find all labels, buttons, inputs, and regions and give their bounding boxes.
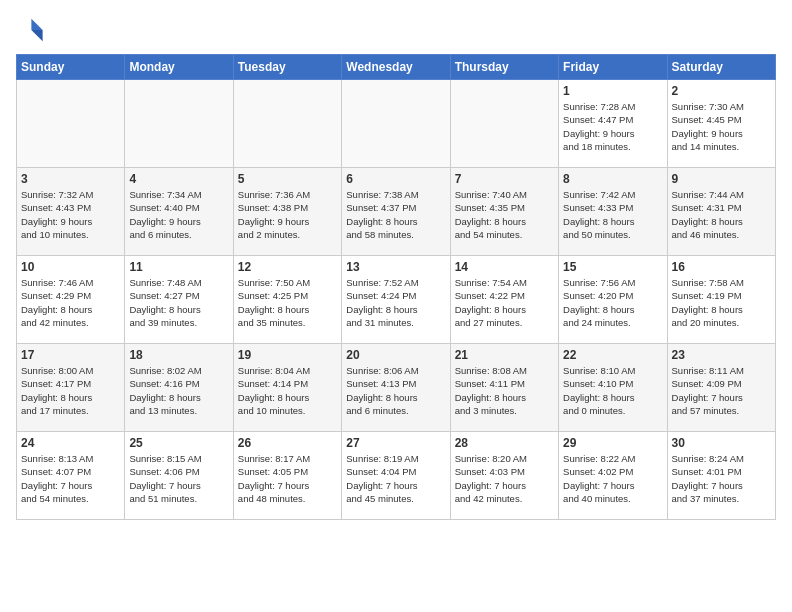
day-number: 19 bbox=[238, 348, 337, 362]
logo-icon bbox=[16, 16, 44, 44]
day-number: 22 bbox=[563, 348, 662, 362]
day-number: 11 bbox=[129, 260, 228, 274]
weekday-header-friday: Friday bbox=[559, 55, 667, 80]
calendar-day-25: 25Sunrise: 8:15 AM Sunset: 4:06 PM Dayli… bbox=[125, 432, 233, 520]
day-number: 2 bbox=[672, 84, 771, 98]
calendar-day-6: 6Sunrise: 7:38 AM Sunset: 4:37 PM Daylig… bbox=[342, 168, 450, 256]
calendar-day-20: 20Sunrise: 8:06 AM Sunset: 4:13 PM Dayli… bbox=[342, 344, 450, 432]
day-number: 4 bbox=[129, 172, 228, 186]
calendar-day-4: 4Sunrise: 7:34 AM Sunset: 4:40 PM Daylig… bbox=[125, 168, 233, 256]
calendar-day-13: 13Sunrise: 7:52 AM Sunset: 4:24 PM Dayli… bbox=[342, 256, 450, 344]
day-number: 18 bbox=[129, 348, 228, 362]
day-info: Sunrise: 7:50 AM Sunset: 4:25 PM Dayligh… bbox=[238, 276, 337, 329]
calendar-day-1: 1Sunrise: 7:28 AM Sunset: 4:47 PM Daylig… bbox=[559, 80, 667, 168]
calendar-day-3: 3Sunrise: 7:32 AM Sunset: 4:43 PM Daylig… bbox=[17, 168, 125, 256]
weekday-header-tuesday: Tuesday bbox=[233, 55, 341, 80]
day-info: Sunrise: 8:20 AM Sunset: 4:03 PM Dayligh… bbox=[455, 452, 554, 505]
day-info: Sunrise: 7:40 AM Sunset: 4:35 PM Dayligh… bbox=[455, 188, 554, 241]
calendar-day-19: 19Sunrise: 8:04 AM Sunset: 4:14 PM Dayli… bbox=[233, 344, 341, 432]
day-info: Sunrise: 7:54 AM Sunset: 4:22 PM Dayligh… bbox=[455, 276, 554, 329]
day-number: 7 bbox=[455, 172, 554, 186]
day-info: Sunrise: 7:28 AM Sunset: 4:47 PM Dayligh… bbox=[563, 100, 662, 153]
page-header bbox=[16, 16, 776, 44]
day-info: Sunrise: 8:00 AM Sunset: 4:17 PM Dayligh… bbox=[21, 364, 120, 417]
day-number: 20 bbox=[346, 348, 445, 362]
day-info: Sunrise: 7:48 AM Sunset: 4:27 PM Dayligh… bbox=[129, 276, 228, 329]
calendar-day-5: 5Sunrise: 7:36 AM Sunset: 4:38 PM Daylig… bbox=[233, 168, 341, 256]
calendar-day-11: 11Sunrise: 7:48 AM Sunset: 4:27 PM Dayli… bbox=[125, 256, 233, 344]
day-number: 27 bbox=[346, 436, 445, 450]
weekday-header-wednesday: Wednesday bbox=[342, 55, 450, 80]
calendar-day-10: 10Sunrise: 7:46 AM Sunset: 4:29 PM Dayli… bbox=[17, 256, 125, 344]
day-number: 21 bbox=[455, 348, 554, 362]
calendar-day-26: 26Sunrise: 8:17 AM Sunset: 4:05 PM Dayli… bbox=[233, 432, 341, 520]
day-info: Sunrise: 7:36 AM Sunset: 4:38 PM Dayligh… bbox=[238, 188, 337, 241]
day-info: Sunrise: 7:30 AM Sunset: 4:45 PM Dayligh… bbox=[672, 100, 771, 153]
weekday-header-thursday: Thursday bbox=[450, 55, 558, 80]
calendar-day-18: 18Sunrise: 8:02 AM Sunset: 4:16 PM Dayli… bbox=[125, 344, 233, 432]
calendar-day-8: 8Sunrise: 7:42 AM Sunset: 4:33 PM Daylig… bbox=[559, 168, 667, 256]
day-number: 6 bbox=[346, 172, 445, 186]
day-number: 24 bbox=[21, 436, 120, 450]
calendar-empty-cell bbox=[342, 80, 450, 168]
weekday-header-monday: Monday bbox=[125, 55, 233, 80]
day-number: 12 bbox=[238, 260, 337, 274]
calendar-day-15: 15Sunrise: 7:56 AM Sunset: 4:20 PM Dayli… bbox=[559, 256, 667, 344]
calendar-day-7: 7Sunrise: 7:40 AM Sunset: 4:35 PM Daylig… bbox=[450, 168, 558, 256]
day-number: 9 bbox=[672, 172, 771, 186]
day-number: 15 bbox=[563, 260, 662, 274]
calendar-day-30: 30Sunrise: 8:24 AM Sunset: 4:01 PM Dayli… bbox=[667, 432, 775, 520]
calendar-day-17: 17Sunrise: 8:00 AM Sunset: 4:17 PM Dayli… bbox=[17, 344, 125, 432]
day-info: Sunrise: 8:19 AM Sunset: 4:04 PM Dayligh… bbox=[346, 452, 445, 505]
day-number: 13 bbox=[346, 260, 445, 274]
day-number: 8 bbox=[563, 172, 662, 186]
day-number: 16 bbox=[672, 260, 771, 274]
day-number: 23 bbox=[672, 348, 771, 362]
calendar-day-21: 21Sunrise: 8:08 AM Sunset: 4:11 PM Dayli… bbox=[450, 344, 558, 432]
calendar-day-24: 24Sunrise: 8:13 AM Sunset: 4:07 PM Dayli… bbox=[17, 432, 125, 520]
calendar-day-27: 27Sunrise: 8:19 AM Sunset: 4:04 PM Dayli… bbox=[342, 432, 450, 520]
day-info: Sunrise: 7:44 AM Sunset: 4:31 PM Dayligh… bbox=[672, 188, 771, 241]
day-info: Sunrise: 7:52 AM Sunset: 4:24 PM Dayligh… bbox=[346, 276, 445, 329]
weekday-header-sunday: Sunday bbox=[17, 55, 125, 80]
weekday-header-saturday: Saturday bbox=[667, 55, 775, 80]
day-number: 5 bbox=[238, 172, 337, 186]
day-info: Sunrise: 8:22 AM Sunset: 4:02 PM Dayligh… bbox=[563, 452, 662, 505]
calendar-day-22: 22Sunrise: 8:10 AM Sunset: 4:10 PM Dayli… bbox=[559, 344, 667, 432]
day-info: Sunrise: 7:42 AM Sunset: 4:33 PM Dayligh… bbox=[563, 188, 662, 241]
calendar-day-16: 16Sunrise: 7:58 AM Sunset: 4:19 PM Dayli… bbox=[667, 256, 775, 344]
day-number: 26 bbox=[238, 436, 337, 450]
day-info: Sunrise: 8:15 AM Sunset: 4:06 PM Dayligh… bbox=[129, 452, 228, 505]
day-number: 3 bbox=[21, 172, 120, 186]
logo bbox=[16, 16, 48, 44]
day-number: 30 bbox=[672, 436, 771, 450]
calendar-day-23: 23Sunrise: 8:11 AM Sunset: 4:09 PM Dayli… bbox=[667, 344, 775, 432]
day-info: Sunrise: 8:02 AM Sunset: 4:16 PM Dayligh… bbox=[129, 364, 228, 417]
calendar-empty-cell bbox=[17, 80, 125, 168]
calendar-day-2: 2Sunrise: 7:30 AM Sunset: 4:45 PM Daylig… bbox=[667, 80, 775, 168]
calendar-day-29: 29Sunrise: 8:22 AM Sunset: 4:02 PM Dayli… bbox=[559, 432, 667, 520]
day-info: Sunrise: 7:32 AM Sunset: 4:43 PM Dayligh… bbox=[21, 188, 120, 241]
calendar-day-28: 28Sunrise: 8:20 AM Sunset: 4:03 PM Dayli… bbox=[450, 432, 558, 520]
day-number: 17 bbox=[21, 348, 120, 362]
day-info: Sunrise: 8:13 AM Sunset: 4:07 PM Dayligh… bbox=[21, 452, 120, 505]
day-info: Sunrise: 7:38 AM Sunset: 4:37 PM Dayligh… bbox=[346, 188, 445, 241]
day-info: Sunrise: 8:10 AM Sunset: 4:10 PM Dayligh… bbox=[563, 364, 662, 417]
day-number: 1 bbox=[563, 84, 662, 98]
day-info: Sunrise: 8:04 AM Sunset: 4:14 PM Dayligh… bbox=[238, 364, 337, 417]
calendar-empty-cell bbox=[125, 80, 233, 168]
day-info: Sunrise: 8:06 AM Sunset: 4:13 PM Dayligh… bbox=[346, 364, 445, 417]
day-info: Sunrise: 8:11 AM Sunset: 4:09 PM Dayligh… bbox=[672, 364, 771, 417]
calendar-week-1: 1Sunrise: 7:28 AM Sunset: 4:47 PM Daylig… bbox=[17, 80, 776, 168]
calendar-week-2: 3Sunrise: 7:32 AM Sunset: 4:43 PM Daylig… bbox=[17, 168, 776, 256]
day-info: Sunrise: 8:08 AM Sunset: 4:11 PM Dayligh… bbox=[455, 364, 554, 417]
day-number: 28 bbox=[455, 436, 554, 450]
svg-marker-1 bbox=[31, 30, 42, 41]
day-info: Sunrise: 7:56 AM Sunset: 4:20 PM Dayligh… bbox=[563, 276, 662, 329]
day-info: Sunrise: 8:24 AM Sunset: 4:01 PM Dayligh… bbox=[672, 452, 771, 505]
day-number: 25 bbox=[129, 436, 228, 450]
calendar-empty-cell bbox=[233, 80, 341, 168]
calendar-day-12: 12Sunrise: 7:50 AM Sunset: 4:25 PM Dayli… bbox=[233, 256, 341, 344]
calendar-table: SundayMondayTuesdayWednesdayThursdayFrid… bbox=[16, 54, 776, 520]
calendar-day-9: 9Sunrise: 7:44 AM Sunset: 4:31 PM Daylig… bbox=[667, 168, 775, 256]
